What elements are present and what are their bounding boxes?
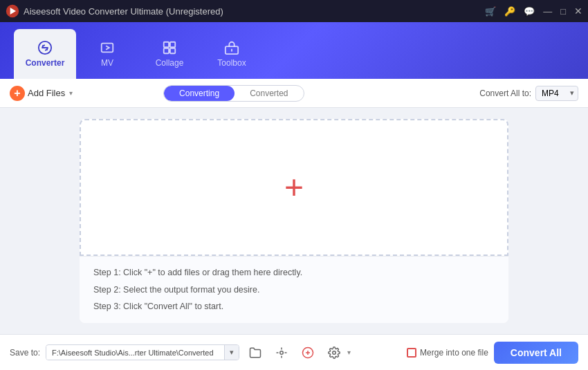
convert-all-to-label: Convert All to: [479,89,531,98]
status-tab-group: Converting Converted [163,85,304,102]
save-path-input[interactable] [46,346,224,360]
folder-icon[interactable] [245,342,266,363]
app-title: Aiseesoft Video Converter Ultimate (Unre… [24,6,223,17]
merge-checkbox-area: Merge into one file [407,348,488,358]
svg-point-11 [280,351,284,354]
converter-tab-label: Converter [26,58,65,68]
chat-icon[interactable]: 💬 [524,6,535,17]
tab-toolbox[interactable]: Toolbox [201,29,263,79]
collage-icon [162,40,177,55]
svg-point-15 [333,351,336,354]
instruction-2: Step 2: Select the output format you des… [93,284,495,297]
merge-label: Merge into one file [420,348,488,358]
bottombar: Save to: ▾ ▾ Merge into one f [0,334,588,370]
toolbox-icon [224,40,239,55]
convert-all-button[interactable]: Convert All [494,342,578,364]
format-wrapper: MP4 AVI MOV MKV WMV FLV MP3 AAC [535,86,578,101]
drop-zone[interactable]: + [80,119,508,256]
instruction-3: Step 3: Click "Convert All" to start. [93,300,495,313]
video-icon[interactable] [297,342,318,363]
navbar: Converter MV Collage Toolbox [0,22,588,79]
save-path-wrapper: ▾ [46,344,239,360]
titlebar: Aiseesoft Video Converter Ultimate (Unre… [0,0,588,22]
converter-icon [37,40,53,55]
app-logo-icon [6,4,19,18]
format-select[interactable]: MP4 AVI MOV MKV WMV FLV MP3 AAC [535,86,578,101]
drop-area: + Step 1: Click "+" to add files or drag… [80,119,508,323]
tab-collage[interactable]: Collage [138,29,201,79]
maximize-icon[interactable]: □ [560,6,566,17]
svg-rect-3 [164,42,169,47]
save-path-dropdown-icon[interactable]: ▾ [224,345,239,360]
svg-rect-2 [102,44,113,53]
save-to-label: Save to: [10,348,40,358]
main-area: + Step 1: Click "+" to add files or drag… [0,108,588,334]
toolbox-tab-label: Toolbox [217,58,246,68]
titlebar-controls: 🛒 🔑 💬 — □ ✕ [485,6,582,17]
tab-converter[interactable]: Converter [14,29,76,79]
svg-rect-5 [164,48,169,53]
converting-tab[interactable]: Converting [164,86,235,101]
add-files-dropdown-icon[interactable]: ▾ [69,89,73,97]
mv-tab-label: MV [101,58,113,68]
collage-tab-label: Collage [156,58,184,68]
svg-rect-6 [170,48,175,53]
svg-rect-4 [170,42,175,47]
cart-icon[interactable]: 🛒 [485,6,496,17]
key-icon[interactable]: 🔑 [504,6,515,17]
gear-settings-icon[interactable] [324,342,344,363]
titlebar-left: Aiseesoft Video Converter Ultimate (Unre… [6,4,223,18]
instructions-area: Step 1: Click "+" to add files or drag t… [80,256,508,323]
add-files-label: Add Files [28,88,65,98]
mv-icon [100,40,115,55]
settings-icon[interactable] [271,342,292,363]
converted-tab[interactable]: Converted [235,86,303,101]
instruction-1: Step 1: Click "+" to add files or drag t… [93,266,495,279]
add-files-button[interactable]: + Add Files ▾ [10,86,73,101]
drop-plus-icon: + [284,171,304,204]
add-files-plus-icon: + [10,86,25,101]
toolbar: + Add Files ▾ Converting Converted Conve… [0,79,588,108]
gear-dropdown-icon[interactable]: ▾ [347,349,351,356]
tab-mv[interactable]: MV [76,29,138,79]
merge-checkbox[interactable] [407,348,416,358]
convert-all-to-area: Convert All to: MP4 AVI MOV MKV WMV FLV … [479,86,578,101]
minimize-icon[interactable]: — [543,6,552,17]
close-icon[interactable]: ✕ [574,6,582,17]
